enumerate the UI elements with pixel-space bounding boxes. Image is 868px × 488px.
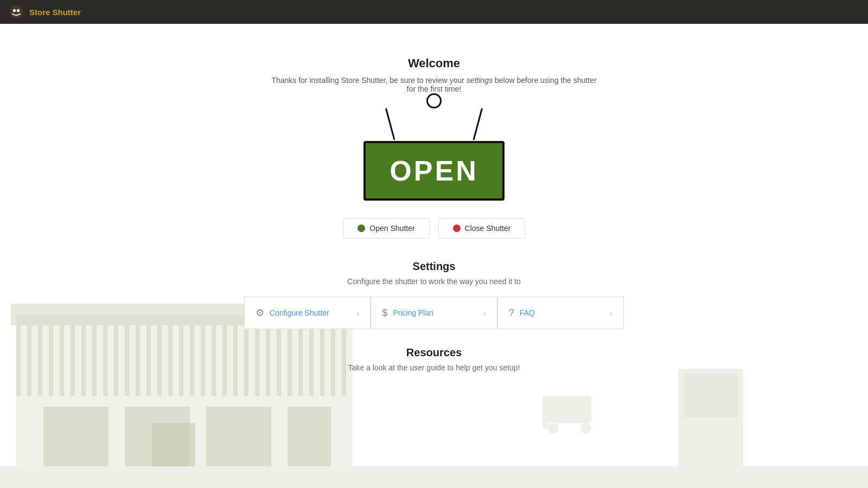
open-sign: OPEN [363,93,505,201]
pricing-icon: $ [382,307,387,319]
resources-subtitle: Take a look at the user guide to help ge… [0,363,868,372]
sign-pole-right [473,108,483,140]
close-shutter-label: Close Shutter [465,224,511,233]
svg-rect-37 [43,407,108,466]
configure-chevron: › [357,309,359,317]
sign-text: OPEN [390,155,478,187]
sign-pole-left [385,108,395,140]
resources-section: Resources Take a look at the user guide … [0,346,868,383]
svg-rect-3 [0,466,868,488]
welcome-subtitle: Thanks for installing Store Shutter, be … [271,76,597,93]
app-title: Store Shutter [29,8,81,17]
configure-shutter-card[interactable]: ⚙ Configure Shutter › [244,297,371,329]
app-logo [9,4,24,20]
configure-label: Configure Shutter [270,309,329,317]
pricing-label: Pricing Plan [393,309,433,317]
resources-title: Resources [0,346,868,359]
faq-card[interactable]: ? FAQ › [497,297,624,329]
shutter-buttons: Open Shutter Close Shutter [343,218,525,239]
sign-board: OPEN [363,141,505,201]
settings-section: Settings Configure the shutter to work t… [0,260,868,329]
svg-rect-42 [548,396,591,423]
welcome-text-italic: settings [467,76,493,85]
open-shutter-label: Open Shutter [369,224,414,233]
open-shutter-button[interactable]: Open Shutter [343,218,430,239]
app-header: Store Shutter [0,0,868,24]
svg-point-1 [13,9,16,12]
welcome-text-before: Thanks for installing Store Shutter, be … [271,76,467,85]
settings-title: Settings [0,260,868,273]
svg-rect-39 [206,407,271,466]
welcome-title: Welcome [408,56,460,70]
svg-rect-45 [542,396,548,428]
settings-subtitle: Configure the shutter to work the way yo… [0,277,868,286]
faq-label: FAQ [520,309,535,317]
page-content: Welcome Thanks for installing Store Shut… [0,24,868,383]
sign-circle [426,93,442,108]
svg-point-43 [548,423,559,434]
close-indicator [453,224,461,232]
pricing-plan-card[interactable]: $ Pricing Plan › [371,297,497,329]
svg-point-2 [17,9,20,12]
close-shutter-button[interactable]: Close Shutter [438,218,525,239]
svg-point-44 [580,423,591,434]
faq-icon: ? [509,307,514,319]
settings-cards: ⚙ Configure Shutter › $ Pricing Plan › ?… [244,297,624,329]
configure-icon: ⚙ [256,307,264,319]
main-content: Welcome Thanks for installing Store Shut… [0,24,868,488]
open-indicator [358,224,365,232]
faq-chevron: › [610,309,612,317]
sign-poles [363,108,505,141]
svg-rect-40 [288,407,331,466]
pricing-chevron: › [483,309,486,317]
svg-rect-41 [152,423,195,466]
svg-point-0 [10,5,23,19]
